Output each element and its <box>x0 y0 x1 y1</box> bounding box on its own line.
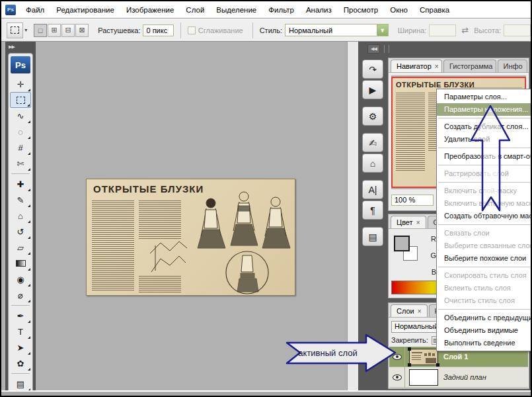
layer-visibility-toggle[interactable] <box>389 367 405 388</box>
slice-tool[interactable]: ✄ <box>10 155 31 171</box>
menu-изображение[interactable]: Изображение <box>120 3 180 17</box>
dock-group-gap <box>360 126 385 132</box>
menu-справка[interactable]: Справка <box>414 3 455 17</box>
chevron-down-icon[interactable]: ▼ <box>377 24 388 36</box>
menu-separator <box>438 165 532 165</box>
color-tab-цвет[interactable]: Цвет× <box>391 216 426 228</box>
context-menu-item[interactable]: Параметры наложения... <box>437 103 532 116</box>
tool-flyout-indicator <box>28 120 30 123</box>
notes-tool[interactable]: ▤ <box>10 376 31 392</box>
brush-tool[interactable]: ✎ <box>10 192 31 208</box>
menu-выделение[interactable]: Выделение <box>210 3 262 17</box>
menu-фильтр[interactable]: Фильтр <box>262 3 300 17</box>
actions-panel-icon[interactable]: ▶ <box>362 80 383 99</box>
tab-close-icon[interactable]: × <box>416 219 420 226</box>
foreground-color-swatch[interactable] <box>394 236 410 251</box>
brushes-panel-icon[interactable]: ✍ <box>362 133 383 152</box>
path-selection-tool[interactable]: ➤ <box>10 339 31 355</box>
dock-grip[interactable] <box>384 45 389 53</box>
tab-close-icon[interactable]: × <box>418 308 422 315</box>
tool-flyout-indicator <box>28 89 30 91</box>
menu-окно[interactable]: Окно <box>384 3 414 17</box>
context-menu-item[interactable]: Выполнить сведение <box>437 337 532 349</box>
quick-selection-tool[interactable]: ◌ <box>10 124 31 140</box>
menu-просмотр[interactable]: Просмотр <box>338 3 385 17</box>
gradient-tool[interactable] <box>10 255 31 271</box>
healing-brush-tool[interactable]: ✚ <box>10 176 31 192</box>
context-menu-item[interactable]: Параметры слоя... <box>437 91 532 103</box>
width-input[interactable] <box>429 24 456 36</box>
feather-input[interactable]: 0 пикс <box>143 24 174 36</box>
tab-close-icon[interactable]: × <box>435 63 439 70</box>
layers-tab-слои[interactable]: Слои× <box>391 304 428 317</box>
toolbox-expand-icon[interactable]: ▶▶ <box>5 42 36 50</box>
layer-thumbnail[interactable] <box>409 349 438 365</box>
clone-stamp-tool[interactable]: ⌂ <box>10 208 31 224</box>
menu-слой[interactable]: Слой <box>180 3 210 17</box>
layer-visibility-toggle[interactable] <box>389 347 405 367</box>
rectangular-marquee-tool[interactable] <box>10 92 31 108</box>
navigator-tab-инфо[interactable]: Инфо <box>498 60 527 72</box>
collapse-panels-icon[interactable]: ◀◀ <box>367 44 380 54</box>
channel-label: G <box>427 251 436 259</box>
current-tool-button[interactable] <box>7 22 23 38</box>
menu-анализ[interactable]: Анализ <box>300 3 338 17</box>
thumbnail-detail <box>426 358 436 363</box>
canvas-scrollbar[interactable] <box>347 42 358 390</box>
menu-файл[interactable]: Файл <box>20 3 50 17</box>
type-tool[interactable]: T <box>10 324 31 339</box>
context-menu-item[interactable]: Создать обтравочную маску <box>437 210 532 222</box>
document-image[interactable]: ОТКРЫТЫЕ БЛУЗКИ <box>86 179 295 296</box>
tool-separator <box>11 305 30 306</box>
menu-редактирование[interactable]: Редактирование <box>50 3 120 17</box>
layer-row[interactable]: Задний план <box>389 367 528 388</box>
context-menu-item[interactable]: Выберите похожие слои <box>437 252 532 265</box>
character-panel-icon[interactable]: A| <box>362 180 383 199</box>
layer-thumbnail-image <box>409 349 438 365</box>
history-panel-icon[interactable]: ↷ <box>362 60 383 79</box>
add-to-selection-button[interactable]: ⊞ <box>48 24 61 37</box>
navigator-tab-гистограмма[interactable]: Гистограмма <box>443 60 496 72</box>
tool-presets-panel-icon[interactable]: ⚙ <box>362 107 383 126</box>
context-menu-item[interactable]: Преобразовать в смарт-объект <box>437 150 532 163</box>
history-brush-tool[interactable]: ↺ <box>10 224 31 240</box>
thumbnail-detail <box>412 352 422 353</box>
intersect-selection-button[interactable]: ⊠ <box>75 24 89 37</box>
context-menu-item[interactable]: Объединить с предыдущим <box>437 312 532 324</box>
new-selection-button[interactable]: □ <box>34 24 47 37</box>
dock-header: ◀◀ <box>358 42 531 56</box>
crop-tool[interactable]: # <box>10 140 31 155</box>
gradient-icon <box>16 260 26 267</box>
subtract-from-selection-button[interactable]: ⊟ <box>61 24 75 37</box>
context-menu-item[interactable]: Создать дубликат слоя... <box>437 120 532 133</box>
context-menu-item[interactable]: Объединить видимые <box>437 324 532 337</box>
lasso-tool[interactable]: ∿ <box>10 108 31 124</box>
layer-thumbnail[interactable] <box>409 369 438 386</box>
dodge-tool[interactable]: ⌀ <box>10 287 31 303</box>
clone-source-panel-icon[interactable]: ⌂ <box>362 154 383 173</box>
pen-tool[interactable]: ✒ <box>10 308 31 324</box>
height-input[interactable] <box>504 24 531 36</box>
antialias-checkbox[interactable] <box>188 26 196 34</box>
tool-preset-dropdown-icon[interactable]: ▾ <box>24 27 27 33</box>
move-tool[interactable]: ✛ <box>10 76 31 92</box>
context-menu-item[interactable]: Удалить слой <box>437 133 532 146</box>
style-select[interactable]: Нормальный ▼ <box>285 24 389 36</box>
blur-tool[interactable]: ◉ <box>10 271 31 287</box>
canvas-area[interactable]: ОТКРЫТЫЕ БЛУЗКИ <box>36 42 347 390</box>
eraser-tool[interactable]: ▱ <box>10 240 31 255</box>
custom-shape-tool[interactable]: ✿ <box>10 355 31 371</box>
menu-bar: Ps ФайлРедактированиеИзображениеСлойВыде… <box>1 1 531 19</box>
context-menu-item: Скопировать стиль слоя <box>437 269 532 282</box>
tool-flyout-indicator <box>28 268 30 271</box>
navigator-tab-навигатор[interactable]: Навигатор× <box>391 60 442 72</box>
layer-comps-panel-icon[interactable]: ▤ <box>362 227 383 246</box>
swap-dimensions-icon[interactable]: ⇄ <box>461 25 469 35</box>
toolbox-dock: ▶▶ Ps ✛∿◌#✄✚✎⌂↺▱◉⌀✒T➤✿▤✑ <box>5 42 36 390</box>
selection-corner-mark <box>408 363 411 367</box>
paragraph-panel-icon[interactable]: ¶ <box>362 200 383 220</box>
navigator-zoom-input[interactable]: 100 % <box>391 195 434 206</box>
layer-name: Слой 1 <box>443 353 468 361</box>
tool-flyout-indicator <box>27 104 30 107</box>
layer-context-menu: Параметры слоя...Параметры наложения...С… <box>436 89 532 351</box>
